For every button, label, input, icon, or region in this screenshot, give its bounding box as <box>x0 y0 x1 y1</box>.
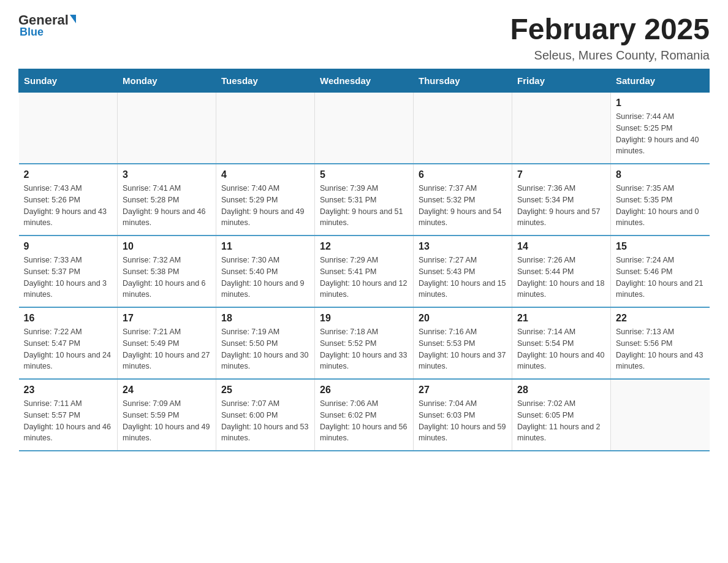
table-row: 21Sunrise: 7:14 AMSunset: 5:54 PMDayligh… <box>512 307 611 379</box>
day-info: Sunrise: 7:39 AMSunset: 5:31 PMDaylight:… <box>320 183 408 229</box>
logo: General Blue <box>18 12 76 39</box>
day-info: Sunrise: 7:30 AMSunset: 5:40 PMDaylight:… <box>221 255 309 301</box>
day-number: 2 <box>24 169 113 180</box>
day-info: Sunrise: 7:36 AMSunset: 5:34 PMDaylight:… <box>517 183 605 229</box>
calendar-week-row: 1Sunrise: 7:44 AMSunset: 5:25 PMDaylight… <box>19 93 710 164</box>
day-info: Sunrise: 7:21 AMSunset: 5:49 PMDaylight:… <box>123 326 211 372</box>
day-number: 1 <box>616 98 705 109</box>
day-number: 28 <box>517 385 605 396</box>
logo-arrow-icon <box>70 15 76 23</box>
day-number: 23 <box>24 385 113 396</box>
table-row <box>19 93 118 164</box>
calendar-week-row: 23Sunrise: 7:11 AMSunset: 5:57 PMDayligh… <box>19 379 710 451</box>
day-number: 5 <box>320 169 408 180</box>
day-info: Sunrise: 7:16 AMSunset: 5:53 PMDaylight:… <box>419 326 507 372</box>
day-number: 26 <box>320 385 408 396</box>
day-info: Sunrise: 7:41 AMSunset: 5:28 PMDaylight:… <box>123 183 211 229</box>
day-number: 3 <box>123 169 211 180</box>
table-row <box>118 93 216 164</box>
day-info: Sunrise: 7:40 AMSunset: 5:29 PMDaylight:… <box>221 183 309 229</box>
table-row: 28Sunrise: 7:02 AMSunset: 6:05 PMDayligh… <box>512 379 611 451</box>
calendar-week-row: 2Sunrise: 7:43 AMSunset: 5:26 PMDaylight… <box>19 164 710 236</box>
table-row: 18Sunrise: 7:19 AMSunset: 5:50 PMDayligh… <box>216 307 315 379</box>
day-info: Sunrise: 7:43 AMSunset: 5:26 PMDaylight:… <box>24 183 113 229</box>
calendar-table: Sunday Monday Tuesday Wednesday Thursday… <box>18 69 710 451</box>
day-info: Sunrise: 7:11 AMSunset: 5:57 PMDaylight:… <box>24 398 113 444</box>
table-row: 24Sunrise: 7:09 AMSunset: 5:59 PMDayligh… <box>118 379 216 451</box>
day-number: 20 <box>419 313 507 324</box>
header-thursday: Thursday <box>414 69 512 93</box>
table-row: 6Sunrise: 7:37 AMSunset: 5:32 PMDaylight… <box>414 164 512 236</box>
day-info: Sunrise: 7:29 AMSunset: 5:41 PMDaylight:… <box>320 255 408 301</box>
calendar-title: February 2025 <box>510 12 710 46</box>
day-number: 14 <box>517 241 605 252</box>
header-monday: Monday <box>118 69 216 93</box>
day-info: Sunrise: 7:37 AMSunset: 5:32 PMDaylight:… <box>419 183 507 229</box>
table-row <box>512 93 611 164</box>
day-info: Sunrise: 7:02 AMSunset: 6:05 PMDaylight:… <box>517 398 605 444</box>
day-info: Sunrise: 7:24 AMSunset: 5:46 PMDaylight:… <box>616 255 705 301</box>
day-number: 7 <box>517 169 605 180</box>
calendar-subtitle: Seleus, Mures County, Romania <box>510 48 710 63</box>
day-info: Sunrise: 7:19 AMSunset: 5:50 PMDaylight:… <box>221 326 309 372</box>
header-sunday: Sunday <box>19 69 118 93</box>
day-info: Sunrise: 7:13 AMSunset: 5:56 PMDaylight:… <box>616 326 705 372</box>
table-row: 26Sunrise: 7:06 AMSunset: 6:02 PMDayligh… <box>315 379 414 451</box>
day-info: Sunrise: 7:33 AMSunset: 5:37 PMDaylight:… <box>24 255 113 301</box>
day-number: 24 <box>123 385 211 396</box>
day-info: Sunrise: 7:07 AMSunset: 6:00 PMDaylight:… <box>221 398 309 444</box>
day-number: 21 <box>517 313 605 324</box>
table-row <box>611 379 710 451</box>
day-number: 6 <box>419 169 507 180</box>
day-number: 10 <box>123 241 211 252</box>
table-row: 13Sunrise: 7:27 AMSunset: 5:43 PMDayligh… <box>414 236 512 307</box>
table-row: 14Sunrise: 7:26 AMSunset: 5:44 PMDayligh… <box>512 236 611 307</box>
day-number: 27 <box>419 385 507 396</box>
day-info: Sunrise: 7:18 AMSunset: 5:52 PMDaylight:… <box>320 326 408 372</box>
table-row: 17Sunrise: 7:21 AMSunset: 5:49 PMDayligh… <box>118 307 216 379</box>
day-info: Sunrise: 7:22 AMSunset: 5:47 PMDaylight:… <box>24 326 113 372</box>
table-row: 27Sunrise: 7:04 AMSunset: 6:03 PMDayligh… <box>414 379 512 451</box>
table-row: 2Sunrise: 7:43 AMSunset: 5:26 PMDaylight… <box>19 164 118 236</box>
table-row: 22Sunrise: 7:13 AMSunset: 5:56 PMDayligh… <box>611 307 710 379</box>
day-info: Sunrise: 7:44 AMSunset: 5:25 PMDaylight:… <box>616 111 705 157</box>
day-info: Sunrise: 7:14 AMSunset: 5:54 PMDaylight:… <box>517 326 605 372</box>
table-row: 25Sunrise: 7:07 AMSunset: 6:00 PMDayligh… <box>216 379 315 451</box>
day-info: Sunrise: 7:32 AMSunset: 5:38 PMDaylight:… <box>123 255 211 301</box>
table-row: 8Sunrise: 7:35 AMSunset: 5:35 PMDaylight… <box>611 164 710 236</box>
table-row <box>414 93 512 164</box>
header-tuesday: Tuesday <box>216 69 315 93</box>
day-number: 8 <box>616 169 705 180</box>
title-section: February 2025 Seleus, Mures County, Roma… <box>510 12 710 63</box>
day-info: Sunrise: 7:35 AMSunset: 5:35 PMDaylight:… <box>616 183 705 229</box>
day-info: Sunrise: 7:26 AMSunset: 5:44 PMDaylight:… <box>517 255 605 301</box>
day-number: 17 <box>123 313 211 324</box>
table-row: 3Sunrise: 7:41 AMSunset: 5:28 PMDaylight… <box>118 164 216 236</box>
table-row: 9Sunrise: 7:33 AMSunset: 5:37 PMDaylight… <box>19 236 118 307</box>
day-number: 13 <box>419 241 507 252</box>
day-number: 4 <box>221 169 309 180</box>
header-friday: Friday <box>512 69 611 93</box>
page-header: General Blue February 2025 Seleus, Mures… <box>18 12 710 63</box>
day-number: 18 <box>221 313 309 324</box>
day-info: Sunrise: 7:06 AMSunset: 6:02 PMDaylight:… <box>320 398 408 444</box>
day-number: 22 <box>616 313 705 324</box>
table-row: 4Sunrise: 7:40 AMSunset: 5:29 PMDaylight… <box>216 164 315 236</box>
table-row: 16Sunrise: 7:22 AMSunset: 5:47 PMDayligh… <box>19 307 118 379</box>
table-row: 23Sunrise: 7:11 AMSunset: 5:57 PMDayligh… <box>19 379 118 451</box>
calendar-week-row: 9Sunrise: 7:33 AMSunset: 5:37 PMDaylight… <box>19 236 710 307</box>
day-number: 15 <box>616 241 705 252</box>
day-number: 19 <box>320 313 408 324</box>
table-row <box>315 93 414 164</box>
table-row <box>216 93 315 164</box>
day-info: Sunrise: 7:04 AMSunset: 6:03 PMDaylight:… <box>419 398 507 444</box>
day-number: 25 <box>221 385 309 396</box>
table-row: 5Sunrise: 7:39 AMSunset: 5:31 PMDaylight… <box>315 164 414 236</box>
table-row: 7Sunrise: 7:36 AMSunset: 5:34 PMDaylight… <box>512 164 611 236</box>
table-row: 20Sunrise: 7:16 AMSunset: 5:53 PMDayligh… <box>414 307 512 379</box>
day-number: 12 <box>320 241 408 252</box>
day-number: 9 <box>24 241 113 252</box>
day-info: Sunrise: 7:27 AMSunset: 5:43 PMDaylight:… <box>419 255 507 301</box>
calendar-week-row: 16Sunrise: 7:22 AMSunset: 5:47 PMDayligh… <box>19 307 710 379</box>
table-row: 11Sunrise: 7:30 AMSunset: 5:40 PMDayligh… <box>216 236 315 307</box>
